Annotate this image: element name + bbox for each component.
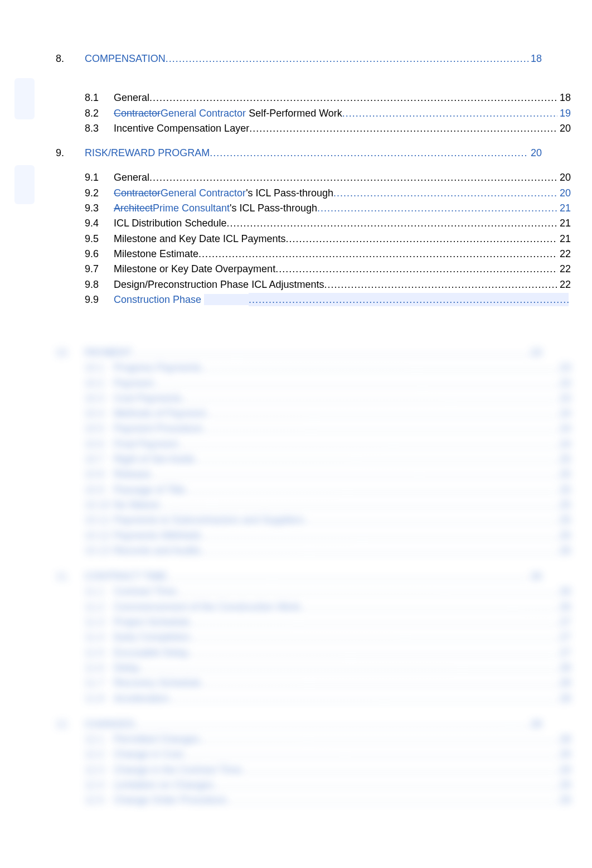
toc-leader-dots bbox=[134, 717, 528, 731]
deleted-text: Contractor bbox=[114, 187, 161, 199]
toc-entry-label: Design/Preconstruction Phase ICL Adjustm… bbox=[114, 278, 324, 291]
toc-entry-rest: 's ICL Pass-through bbox=[230, 202, 317, 214]
inserted-text: General Contractor bbox=[161, 187, 246, 199]
toc-entry[interactable]: 9.6Milestone Estimate22 bbox=[56, 247, 571, 261]
toc-leader-dots bbox=[226, 216, 557, 230]
toc-entry-number: 12.5 bbox=[85, 793, 114, 807]
toc-leader-dots bbox=[190, 615, 557, 629]
blurred-toc-entry: 11.3Project Schedule27 bbox=[56, 615, 571, 629]
toc-leader-dots bbox=[206, 407, 557, 420]
toc-leader-dots bbox=[300, 600, 557, 614]
blurred-toc-entry: 10.7Right of Set-Aside25 bbox=[56, 452, 571, 466]
toc-entry-label: Delay bbox=[114, 661, 139, 674]
blurred-toc-entry: 11.5Excusable Delay27 bbox=[56, 646, 571, 659]
blurred-toc-entry: 10.12Payments Withheld25 bbox=[56, 529, 571, 542]
toc-entry-number: 10.13 bbox=[85, 544, 114, 557]
toc-entry-number: 10.7 bbox=[85, 452, 114, 466]
toc-leader-dots bbox=[153, 377, 557, 390]
toc-leader-dots bbox=[304, 513, 557, 527]
inserted-text: Prime Consultant bbox=[153, 202, 230, 214]
toc-page-number: 28 bbox=[528, 717, 542, 731]
blurred-toc-entry: 10.1Progress Payments23 bbox=[56, 361, 571, 374]
toc-entry-number: 11.1 bbox=[85, 585, 114, 598]
toc-leader-dots bbox=[149, 171, 557, 184]
toc-entry[interactable]: 9.4ICL Distribution Schedule21 bbox=[56, 216, 571, 230]
blurred-toc-entry: 11.7Recovery Schedule28 bbox=[56, 676, 571, 689]
toc-entry-label: Recovery Schedule bbox=[114, 676, 201, 689]
toc-leader-dots bbox=[201, 361, 557, 374]
deleted-text: Contractor bbox=[114, 108, 161, 119]
toc-entry-rest: 's ICL Pass-through bbox=[246, 187, 333, 199]
toc-page-number: 24 bbox=[557, 437, 571, 451]
toc-entry-label: Milestone or Key Date Overpayment bbox=[114, 262, 275, 276]
toc-entry-label: Change in Cost bbox=[114, 748, 183, 761]
toc-entry[interactable]: 9.3ArchitectPrime Consultant's ICL Pass-… bbox=[56, 201, 571, 215]
toc-leader-dots bbox=[200, 732, 557, 746]
blurred-toc-entry: 10.13Records and Audits26 bbox=[56, 544, 571, 557]
blurred-toc-entry: 12.1Permitted Changes28 bbox=[56, 732, 571, 746]
toc-entry[interactable]: 8.2ContractorGeneral Contractor Self-Per… bbox=[56, 107, 571, 120]
toc-entry-label: Progress Payments bbox=[114, 361, 201, 374]
blurred-toc-entry: 11.CONTRACT TIME26 bbox=[56, 570, 542, 583]
toc-entry-number: 9.2 bbox=[85, 186, 114, 200]
toc-entry[interactable]: 8.3Incentive Compensation Layer20 bbox=[56, 122, 571, 135]
blurred-toc-entry: 12.3Change in the Contract Time29 bbox=[56, 763, 571, 777]
toc-entry-number: 10.3 bbox=[85, 392, 114, 405]
toc-leader-dots bbox=[188, 646, 557, 659]
toc-leader-dots bbox=[149, 91, 557, 104]
toc-page-number: 20 bbox=[557, 122, 571, 135]
toc-page-number: 20 bbox=[528, 146, 542, 160]
blurred-content: 10.PAYMENT2310.1Progress Payments2310.2P… bbox=[56, 334, 542, 868]
toc-leader-dots bbox=[333, 186, 557, 200]
toc-entry-label: No Waiver bbox=[114, 498, 160, 512]
toc-entry-label: Construction Phase bbox=[114, 293, 249, 306]
toc-section-9[interactable]: 9. RISK/REWARD PROGRAM 20 bbox=[56, 146, 542, 160]
toc-entry-label-text: Construction Phase bbox=[114, 294, 204, 305]
toc-leader-dots bbox=[139, 661, 557, 674]
toc-entry-label: Final Payment bbox=[114, 437, 178, 451]
toc-leader-dots bbox=[182, 392, 557, 405]
toc-entry-number: 9.3 bbox=[85, 201, 114, 215]
toc-leader-dots bbox=[132, 346, 528, 359]
toc-page-number: 26 bbox=[557, 600, 571, 614]
toc-entry-number: 10.10 bbox=[85, 498, 114, 512]
toc-page-number: 29 bbox=[557, 763, 571, 777]
toc-leader-dots bbox=[201, 676, 557, 689]
toc-leader-dots bbox=[178, 437, 557, 451]
toc-leader-dots bbox=[213, 778, 557, 792]
blurred-toc-entry: 12.CHANGES28 bbox=[56, 717, 542, 731]
blurred-toc-entry: 10.5Payment Procedure24 bbox=[56, 422, 571, 435]
toc-entry-label: Permitted Changes bbox=[114, 732, 200, 746]
toc-entry[interactable]: 8.1General18 bbox=[56, 91, 571, 104]
toc-page-number: 19 bbox=[557, 107, 571, 120]
toc-entry-label: Payments to Subcontractors and Suppliers bbox=[114, 513, 304, 527]
toc-page-number: 21 bbox=[557, 216, 571, 230]
toc-entry-label: Change in the Contract Time bbox=[114, 763, 241, 777]
toc-entry-label: Passage of Title bbox=[114, 483, 185, 496]
toc-entry-number: 12.3 bbox=[85, 763, 114, 777]
toc-entry-number: 8.1 bbox=[85, 91, 114, 104]
toc-entry[interactable]: 9.9Construction Phase bbox=[56, 293, 571, 306]
toc-leader-dots bbox=[151, 467, 557, 481]
revision-marker bbox=[14, 165, 35, 204]
blurred-toc-entry: 11.8Acceleration28 bbox=[56, 692, 571, 705]
toc-entry-number: 11. bbox=[56, 570, 85, 583]
toc-page-number: 23 bbox=[528, 346, 542, 359]
toc-leader-dots bbox=[241, 763, 557, 777]
toc-entry-label: Contract Time bbox=[114, 585, 176, 598]
toc-entry-label: Milestone and Key Date ICL Payments bbox=[114, 232, 286, 245]
toc-entry[interactable]: 9.8Design/Preconstruction Phase ICL Adju… bbox=[56, 278, 571, 291]
toc-entry[interactable]: 9.7Milestone or Key Date Overpayment22 bbox=[56, 262, 571, 276]
toc-entry[interactable]: 9.1General20 bbox=[56, 171, 571, 184]
blurred-toc-entry: 12.5Change Order Procedure29 bbox=[56, 793, 571, 807]
toc-leader-dots bbox=[342, 107, 557, 120]
toc-section-8[interactable]: 8. COMPENSATION 18 bbox=[56, 52, 542, 65]
toc-page-number: 23 bbox=[557, 392, 571, 405]
toc-leader-dots bbox=[190, 630, 557, 644]
toc-entry[interactable]: 9.5Milestone and Key Date ICL Payments21 bbox=[56, 232, 571, 245]
toc-leader-dots bbox=[176, 585, 557, 598]
toc-page-number: 25 bbox=[557, 483, 571, 496]
toc-leader-dots bbox=[195, 452, 557, 466]
toc-entry[interactable]: 9.2ContractorGeneral Contractor's ICL Pa… bbox=[56, 186, 571, 200]
toc-page-number: 29 bbox=[557, 793, 571, 807]
